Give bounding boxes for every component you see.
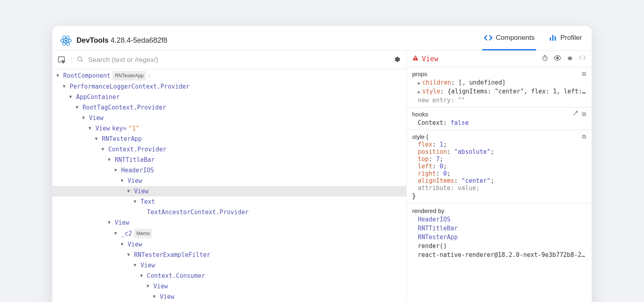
tree-row[interactable]: ▼View: [52, 176, 406, 186]
style-row[interactable]: right: 0;: [407, 170, 592, 177]
hooks-section: hooks ⧉ Context: false: [407, 108, 592, 130]
tree-row[interactable]: ▼View key="1": [52, 123, 406, 134]
tree-row[interactable]: ▼_c2 Memo: [52, 228, 406, 239]
tree-row[interactable]: ▼HeaderIOS: [52, 165, 406, 176]
app-title: DevTools 4.28.4-5eda682f8: [76, 36, 167, 45]
version-text: 4.28.4-5eda682f8: [111, 36, 167, 44]
separator: [72, 56, 72, 64]
rendered-by-link[interactable]: HeaderIOS: [407, 215, 592, 224]
expand-arrow-icon[interactable]: ▼: [101, 145, 106, 154]
rendered-by-heading: rendered by: [407, 207, 592, 215]
style-row[interactable]: position: "absolute";: [407, 148, 592, 155]
expand-arrow-icon[interactable]: ▼: [82, 114, 87, 122]
expand-arrow-icon[interactable]: ▼: [134, 261, 138, 270]
new-entry-val: "": [458, 97, 465, 104]
copy-icon[interactable]: ⧉: [582, 70, 586, 77]
tree-row[interactable]: ▼RNTTitleBar: [52, 155, 406, 165]
expand-arrow-icon[interactable]: ▼: [153, 292, 158, 301]
search-input[interactable]: [88, 56, 388, 64]
main: ▼RootComponent RNTesterApp ⚠▼Performance…: [52, 51, 592, 302]
tree-row[interactable]: ▼Text: [52, 197, 406, 207]
component-name: TextAncestorContext.Provider: [147, 208, 249, 217]
tree-row[interactable]: ▼View: [52, 281, 406, 292]
tree-row[interactable]: ▼RootTagContext.Provider: [52, 102, 406, 113]
expand-arrow-icon[interactable]: ▼: [114, 166, 119, 175]
settings-icon[interactable]: [392, 55, 400, 65]
new-entry-row[interactable]: new entry: "": [407, 96, 592, 105]
tree-row[interactable]: ▼View: [52, 113, 406, 123]
tree-row[interactable]: ▼View: [52, 260, 406, 271]
tree-row[interactable]: ▼AppContainer: [52, 92, 406, 102]
expand-arrow-icon[interactable]: ▼: [69, 93, 74, 101]
expand-arrow-icon[interactable]: ▼: [76, 103, 80, 112]
tree-row[interactable]: ▼RootComponent RNTesterApp ⚠: [52, 70, 406, 81]
svg-point-8: [78, 57, 82, 61]
wand-icon[interactable]: [572, 111, 578, 118]
style-row[interactable]: alignItems: "center";: [407, 177, 592, 184]
tree-row[interactable]: ▼Context.Consumer: [52, 271, 406, 281]
expand-arrow-icon[interactable]: ▼: [140, 271, 145, 280]
eye-icon[interactable]: [554, 55, 561, 63]
tab-profiler[interactable]: Profiler: [547, 31, 584, 50]
hooks-label: hooks: [412, 111, 428, 118]
expand-arrow-icon[interactable]: ▼: [56, 71, 61, 80]
bug-icon[interactable]: [567, 55, 573, 63]
hook-row[interactable]: Context: false: [407, 118, 592, 127]
expand-arrow-icon[interactable]: ▼: [127, 187, 132, 196]
left-pane: ▼RootComponent RNTesterApp ⚠▼Performance…: [52, 51, 407, 302]
copy-icon[interactable]: ⧉: [582, 133, 586, 140]
right-pane: View props ⧉ ▶children: [, undefined]▶st…: [407, 51, 592, 302]
rendered-by-link[interactable]: RNTesterApp: [407, 233, 592, 242]
tree-row[interactable]: ▼PerformanceLoggerContext.Provider: [52, 81, 406, 92]
expand-arrow-icon[interactable]: ▼: [89, 124, 93, 133]
svg-rect-6: [555, 36, 556, 41]
expand-arrow-icon[interactable]: ▼: [127, 250, 132, 259]
rendered-by-link[interactable]: RNTTitleBar: [407, 224, 592, 233]
component-tree[interactable]: ▼RootComponent RNTesterApp ⚠▼Performance…: [52, 69, 406, 302]
stopwatch-icon[interactable]: [542, 55, 548, 63]
components-icon: [484, 34, 493, 41]
tree-row[interactable]: ▼View: [52, 217, 406, 228]
component-name: View: [95, 124, 110, 133]
prop-row[interactable]: ▶style: {alignItems: "center", flex: 1, …: [407, 87, 592, 96]
component-name: View: [128, 176, 142, 185]
tree-row[interactable]: ▼View: [52, 186, 406, 197]
expand-arrow-icon[interactable]: ▼: [121, 240, 126, 249]
component-name: View: [140, 261, 155, 270]
style-row[interactable]: flex: 1;: [407, 141, 592, 148]
component-name: View: [115, 218, 129, 227]
tree-row[interactable]: ▼RNTesterApp: [52, 134, 406, 144]
expand-arrow-icon[interactable]: ▼: [108, 218, 113, 227]
element-picker-icon[interactable]: [58, 56, 67, 64]
tree-row[interactable]: ▼RNTesterExampleFilter: [52, 250, 406, 260]
svg-rect-5: [552, 35, 553, 41]
copy-icon[interactable]: ⧉: [582, 111, 586, 118]
component-name: View: [160, 292, 174, 301]
style-row[interactable]: top: 7;: [407, 155, 592, 163]
tree-row[interactable]: ▼View: [52, 292, 406, 302]
tree-row[interactable]: ▼Context.Provider: [52, 144, 406, 155]
expand-arrow-icon[interactable]: ▼: [108, 155, 113, 164]
tree-row[interactable]: TextAncestorContext.Provider: [52, 207, 406, 217]
style-attribute-placeholder[interactable]: attribute: value;: [407, 184, 592, 192]
renderer-version: react-native-renderer@18.2.0-next-9e3b77…: [407, 250, 592, 259]
expand-arrow-icon[interactable]: ▼: [114, 229, 119, 238]
header: DevTools 4.28.4-5eda682f8 Components Pro…: [52, 26, 592, 51]
tab-profiler-label: Profiler: [560, 34, 582, 42]
style-row[interactable]: left: 0;: [407, 163, 592, 170]
expand-arrow-icon[interactable]: ▼: [121, 176, 126, 185]
expand-arrow-icon[interactable]: ▼: [95, 134, 100, 143]
expand-arrow-icon[interactable]: ▼: [63, 82, 68, 91]
component-name: Context.Consumer: [147, 271, 205, 280]
selected-component-title: View: [412, 55, 438, 63]
expand-arrow-icon[interactable]: ▼: [134, 197, 138, 206]
prop-row[interactable]: ▶children: [, undefined]: [407, 78, 592, 87]
component-name: View: [153, 282, 168, 291]
style-heading: style { ⧉: [407, 132, 592, 141]
svg-point-0: [65, 39, 67, 41]
svg-line-9: [81, 60, 83, 62]
source-icon[interactable]: [579, 55, 586, 63]
expand-arrow-icon[interactable]: ▼: [147, 282, 151, 291]
tree-row[interactable]: ▼View: [52, 239, 406, 250]
tab-components[interactable]: Components: [482, 31, 536, 50]
